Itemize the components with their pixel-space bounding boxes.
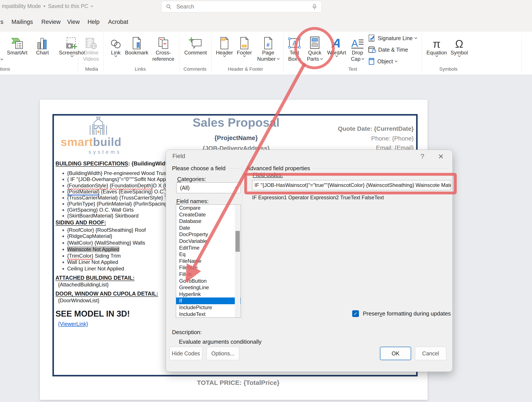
list-item[interactable]: Database bbox=[176, 218, 241, 225]
heading-siding-roof: SIDING AND ROOF: bbox=[56, 220, 106, 226]
total-price-line: TOTAL PRICE: {TotalPrice} bbox=[197, 379, 279, 386]
header-icon bbox=[219, 37, 229, 49]
svg-text:A: A bbox=[351, 38, 358, 49]
smartbuild-logo: smartbuild systems bbox=[61, 116, 121, 155]
bullet-line: Ceiling Liner Not Applied bbox=[67, 266, 124, 272]
list-item[interactable]: FileName bbox=[176, 258, 241, 265]
ok-button[interactable]: OK bbox=[380, 347, 411, 360]
categories-dropdown[interactable]: (All) bbox=[176, 182, 241, 193]
comment-button[interactable]: Comment bbox=[182, 33, 210, 56]
list-item[interactable]: GreetingLine bbox=[176, 284, 241, 291]
microphone-icon[interactable] bbox=[312, 4, 317, 10]
list-item[interactable]: DocProperty bbox=[176, 231, 241, 238]
smartart-button[interactable]: SmartArt bbox=[4, 33, 30, 56]
hide-codes-button[interactable]: Hide Codes bbox=[169, 347, 202, 360]
menu-bar: s Mailings Review View Help Acrobat bbox=[0, 13, 532, 32]
cancel-button[interactable]: Cancel bbox=[415, 347, 446, 360]
signature-line-button[interactable]: Signature Line bbox=[368, 34, 417, 42]
options-button[interactable]: Options... bbox=[207, 347, 239, 360]
link-button[interactable]: Link bbox=[107, 33, 125, 57]
quote-date-line: Quote Date: {CurrentDate} bbox=[338, 125, 414, 132]
list-item[interactable]: Date bbox=[176, 225, 241, 231]
online-videos-button[interactable]: Online Videos bbox=[79, 33, 103, 62]
bookmark-button[interactable]: Bookmark bbox=[123, 33, 150, 56]
list-item[interactable]: GoToButton bbox=[176, 278, 241, 285]
group-divider bbox=[103, 33, 104, 72]
date-time-button[interactable]: Date & Time bbox=[368, 46, 408, 53]
comment-icon bbox=[189, 37, 203, 49]
tab-view[interactable]: View bbox=[67, 19, 80, 25]
list-item[interactable]: DocVariable bbox=[176, 238, 241, 245]
group-label-text: Text bbox=[348, 66, 357, 72]
list-item[interactable]: IncludeText bbox=[176, 311, 241, 318]
bullet-line: {GirtSpacing} O.C. Wall Girts bbox=[67, 207, 134, 213]
wordart-button[interactable]: A WordArt bbox=[326, 33, 347, 57]
chart-label: Chart bbox=[36, 49, 49, 56]
preserve-formatting-row: ✓ Preserve formatting during updates bbox=[352, 310, 451, 317]
symbol-button[interactable]: Ω Symbol bbox=[449, 33, 470, 57]
footer-button[interactable]: Footer bbox=[234, 33, 254, 57]
help-icon[interactable]: ? bbox=[420, 152, 424, 161]
equation-button[interactable]: π Equation bbox=[425, 33, 448, 57]
group-divider bbox=[521, 33, 522, 72]
ribbon: SmartArt Chart Screenshot tions Online V… bbox=[0, 32, 532, 75]
tab-cutoff[interactable]: s bbox=[0, 19, 3, 25]
page-number-label-1: Page bbox=[262, 49, 274, 56]
cross-reference-button[interactable]: Cross- reference bbox=[149, 33, 178, 62]
date-time-icon bbox=[368, 46, 376, 53]
separator-dot: • bbox=[44, 3, 45, 9]
scrollbar-thumb[interactable] bbox=[235, 231, 240, 252]
link-icon bbox=[110, 39, 122, 49]
description-label: Description: bbox=[172, 329, 202, 336]
preserve-formatting-label: Preserve formatting during updates bbox=[363, 310, 451, 317]
field-names-list[interactable]: Compare CreateDate Database Date DocProp… bbox=[176, 204, 241, 318]
list-item[interactable]: Fill-in bbox=[176, 271, 241, 278]
group-label-links: Links bbox=[135, 66, 146, 72]
drop-cap-button[interactable]: A Drop Cap bbox=[348, 33, 367, 62]
text-box-label-1: Text bbox=[290, 49, 299, 56]
list-scrollbar[interactable] bbox=[235, 205, 241, 318]
page-number-button[interactable]: # Page Number bbox=[255, 33, 281, 62]
list-item[interactable]: Hyperlink bbox=[176, 291, 241, 298]
quick-parts-button[interactable]: Quick Parts bbox=[304, 33, 326, 62]
bullet-line-highlighted: Wainscote Not Applied bbox=[67, 246, 119, 252]
list-item[interactable]: CreateDate bbox=[176, 211, 241, 218]
field-codes-input[interactable]: IF "{JOB-HasWainscot}"="true""{WainscotC… bbox=[252, 180, 451, 190]
search-input[interactable]: Search bbox=[161, 1, 322, 12]
chevron-down-icon bbox=[320, 57, 323, 60]
list-item[interactable]: Compare bbox=[176, 205, 241, 211]
cross-reference-label-2: reference bbox=[152, 56, 174, 62]
logo-systems: systems bbox=[61, 149, 121, 155]
comment-label: Comment bbox=[184, 49, 207, 56]
smartart-icon bbox=[10, 37, 24, 49]
close-icon[interactable]: ✕ bbox=[438, 152, 444, 161]
tab-acrobat[interactable]: Acrobat bbox=[108, 19, 128, 25]
text-box-button[interactable]: A Text Box bbox=[285, 33, 304, 62]
tab-help[interactable]: Help bbox=[88, 19, 100, 25]
cutoff-button-chevron-icon[interactable] bbox=[0, 58, 3, 60]
quick-parts-label-1: Quick bbox=[308, 49, 321, 56]
chevron-down-icon bbox=[361, 57, 364, 60]
chevron-down-icon[interactable] bbox=[90, 4, 93, 7]
object-button[interactable]: Object bbox=[368, 58, 397, 65]
header-button[interactable]: Header bbox=[214, 33, 235, 57]
attached-building-list-field: {AttachedBuildingList} bbox=[58, 282, 109, 288]
list-item[interactable]: FileSize bbox=[176, 264, 241, 271]
door-window-list-field: {DoorWindowList} bbox=[58, 298, 99, 304]
list-item[interactable]: EditTime bbox=[176, 245, 241, 251]
heading-door-window: DOOR, WINDOW AND CUPOLA DETAIL: bbox=[56, 291, 158, 297]
group-label-media: Media bbox=[85, 66, 98, 72]
preserve-formatting-checkbox[interactable]: ✓ bbox=[352, 310, 359, 317]
list-item-selected-if[interactable]: If bbox=[176, 298, 241, 304]
tab-mailings[interactable]: Mailings bbox=[12, 19, 33, 25]
viewer-link[interactable]: {ViewerLink} bbox=[58, 321, 88, 327]
see-model-3d-heading: SEE MODEL IN 3D! bbox=[56, 309, 130, 318]
date-time-label: Date & Time bbox=[378, 47, 408, 53]
list-item[interactable]: IncludePicture bbox=[176, 304, 241, 311]
smartart-label: SmartArt bbox=[7, 49, 27, 56]
online-videos-label-1: Online bbox=[83, 49, 98, 56]
tab-review[interactable]: Review bbox=[41, 19, 61, 25]
chart-button[interactable]: Chart bbox=[32, 33, 52, 56]
list-item[interactable]: Eq bbox=[176, 251, 241, 258]
saved-status[interactable]: Saved to this PC bbox=[48, 3, 88, 9]
